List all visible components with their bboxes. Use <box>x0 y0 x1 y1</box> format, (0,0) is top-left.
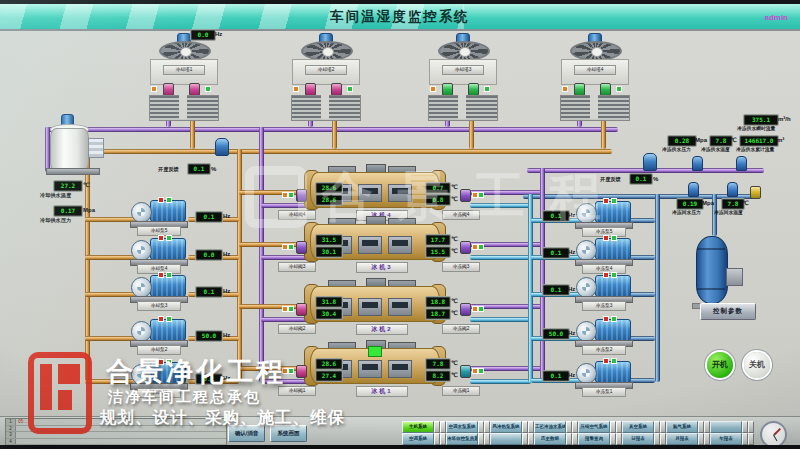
cooling-tower-1[interactable]: 冷却塔1 <box>147 33 219 121</box>
cooling-tower-4[interactable]: 冷却塔4 <box>558 33 630 121</box>
nav-monthly-report[interactable]: 月报表 <box>666 433 698 445</box>
stop-button[interactable]: 关机 <box>744 352 770 378</box>
nav-blank[interactable] <box>710 421 742 433</box>
nav-compressed-air[interactable]: 压缩空气系统 <box>578 421 610 433</box>
cw-in-temp: 28.6 <box>316 183 342 193</box>
start-button[interactable]: 开机 <box>707 352 733 378</box>
pump-hz-display: 0.1 <box>196 374 222 384</box>
nav-alarm-query[interactable]: 报警查询 <box>578 433 610 445</box>
nav-main-system[interactable]: 主机系统 <box>402 421 434 433</box>
status-tag <box>478 244 484 250</box>
nav-process-chilled-water[interactable]: 工艺冷冻水系统 <box>534 421 566 433</box>
nav-blank[interactable] <box>490 433 522 445</box>
pump-motor <box>595 275 631 297</box>
nav-daily-report[interactable]: 日报表 <box>622 433 654 445</box>
alarm-row-number: 1 <box>6 419 16 425</box>
ev-out-temp: 8.2 <box>426 371 450 381</box>
dosing-tank[interactable] <box>50 128 89 172</box>
pump-cooling-4[interactable]: 冷却泵4 <box>130 235 187 273</box>
chilled-valve-icon[interactable] <box>460 303 471 316</box>
system-screen-button[interactable]: 系统画面 <box>270 425 307 442</box>
pump-chilled-3[interactable]: 冷冻泵3 <box>575 272 632 310</box>
pump-label: 冷冻泵3 <box>582 301 626 311</box>
impeller-icon <box>582 283 590 291</box>
tower-label: 冷却塔3 <box>442 65 484 75</box>
pump-head-icon <box>576 277 597 298</box>
status-tag <box>611 272 617 278</box>
pump-cooling-1[interactable]: 冷却泵1 <box>130 359 187 397</box>
ev-out-temp: 0.8 <box>426 195 450 205</box>
pump-cooling-3[interactable]: 冷却泵3 <box>130 272 187 310</box>
panel-screen <box>362 302 378 308</box>
chilled-valve-icon[interactable] <box>460 189 471 202</box>
pump-hz-display: 0.1 <box>196 287 222 297</box>
status-tag <box>611 235 617 241</box>
status-tag <box>611 358 617 364</box>
chilled-valve-icon[interactable] <box>460 241 471 254</box>
logo-bar <box>40 364 52 410</box>
panel-screen <box>362 188 378 194</box>
celsius-unit: ℃ <box>742 200 749 207</box>
cooling-valve-icon[interactable] <box>296 365 307 378</box>
celsius-unit: ℃ <box>730 137 737 144</box>
clock-widget <box>760 421 787 448</box>
chiller-label: 冰机3 <box>356 262 408 273</box>
chiller-label: 冰机2 <box>356 324 408 335</box>
clock-hand <box>773 428 781 436</box>
pump-motor <box>150 275 186 297</box>
chilled-valve-icon[interactable] <box>460 365 471 378</box>
chiller-2[interactable]: 冰机2 31.8 30.4 18.8 ℃ 18.7 ℃ 冷却阀2 冷冻阀2 <box>270 280 510 334</box>
nav-air-heat-pump[interactable]: 风冷热泵系统 <box>490 421 522 433</box>
hz-unit: Hz <box>223 375 230 382</box>
status-tag <box>562 86 568 92</box>
pump-cooling-2[interactable]: 冷却泵2 <box>130 316 187 354</box>
chw-press-display: 0.28 <box>668 136 696 146</box>
status-tag <box>603 272 609 278</box>
cw-in-temp: 28.6 <box>316 359 342 369</box>
control-valve-icon[interactable] <box>643 153 657 171</box>
control-params-button[interactable]: 控制参数 <box>700 303 756 320</box>
nav-vacuum[interactable]: 真空系统 <box>622 421 654 433</box>
scada-screen: 车间温湿度监控系统 admin <box>0 0 800 449</box>
cooling-valve-icon[interactable] <box>296 189 307 202</box>
return-press-display: 0.19 <box>677 199 703 209</box>
chw-press-label: 冷冻供水压力 <box>662 147 691 153</box>
expansion-tank[interactable] <box>696 236 728 304</box>
alarm-table[interactable]: 1 05:… 2 3 4 <box>5 418 227 446</box>
nav-hvac[interactable]: 空调系统 <box>402 433 434 445</box>
alarm-row-text <box>16 426 18 432</box>
mpa-unit: Mpa <box>695 137 707 144</box>
nav-tower-pumphouse[interactable]: 冷塔自控泵房系统 <box>446 433 478 445</box>
tower-fan-icon <box>438 41 490 61</box>
pump-chilled-2[interactable]: 冷冻泵2 <box>575 316 632 354</box>
pump-chilled-4[interactable]: 冷冻泵4 <box>575 235 632 273</box>
monitor-bezel-bottom <box>0 445 800 449</box>
chw-temp-label: 冷冻供水温度 <box>701 147 730 153</box>
pump-motor <box>595 361 631 383</box>
pump-hz-display: 0.1 <box>543 248 569 258</box>
nav-nitrogen[interactable]: 氮气系统 <box>666 421 698 433</box>
cooling-tower-3[interactable]: 冷却塔3 <box>426 33 498 121</box>
mpa-unit: Mpa <box>702 200 714 207</box>
alarm-ack-button[interactable]: 确认/消音 <box>228 425 265 442</box>
return-press-label: 冷冻回水压力 <box>672 210 701 216</box>
pump-cooling-5[interactable]: 冷却泵5 <box>130 197 187 235</box>
nav-history-data[interactable]: 历史数据 <box>534 433 566 445</box>
status-tag <box>603 316 609 322</box>
nav-ac-water-pump[interactable]: 空调水泵系统 <box>446 421 478 433</box>
chiller-1[interactable]: 冰机1 28.6 27.4 7.8 ℃ 8.2 ℃ 冷却阀1 冷冻阀1 <box>270 342 510 396</box>
chiller-3[interactable]: 冰机3 31.5 30.1 17.7 ℃ 15.5 ℃ 冷却阀3 冷冻阀3 <box>270 218 510 272</box>
pump-chilled-5[interactable]: 冷冻泵5 <box>575 198 632 236</box>
pump-chilled-1[interactable]: 冷冻泵1 <box>575 358 632 396</box>
cooling-valve-icon[interactable] <box>296 303 307 316</box>
cooling-valve-icon[interactable] <box>296 241 307 254</box>
nav-yearly-report[interactable]: 年报表 <box>710 433 742 445</box>
chiller-4[interactable]: 冰机4 28.6 28.6 0.7 ℃ 0.8 ℃ 冷却阀4 冷冻阀4 <box>270 166 510 220</box>
cooling-supply-press-display: 0.17 <box>54 206 82 216</box>
cooling-tower-2[interactable]: 冷却塔2 <box>289 33 361 121</box>
cooling-valve-label: 冷却阀1 <box>278 386 316 396</box>
valve-icon[interactable] <box>750 186 761 199</box>
control-valve-icon[interactable] <box>215 138 229 156</box>
cw-in-temp: 31.5 <box>316 235 342 245</box>
pump-motor <box>595 319 631 341</box>
